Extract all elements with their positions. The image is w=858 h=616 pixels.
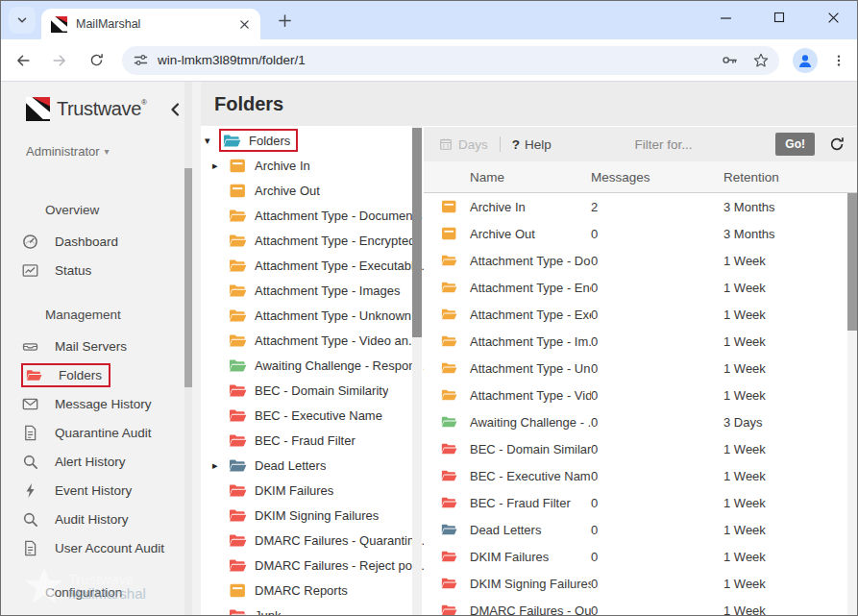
table-row[interactable]: DMARC Failures - Qua... 0 1 Week xyxy=(424,597,857,616)
back-icon[interactable] xyxy=(9,46,37,75)
table-row[interactable]: Dead Letters 0 1 Week xyxy=(424,516,857,543)
tree-expand-caret[interactable]: ▸ xyxy=(212,160,227,172)
tree-item[interactable]: ▾ Folders xyxy=(201,128,424,153)
list-scrollbar-thumb[interactable] xyxy=(847,193,857,331)
tree-item-label: DMARC Failures - Reject poli... xyxy=(255,558,424,573)
refresh-icon[interactable] xyxy=(826,134,847,155)
column-retention[interactable]: Retention xyxy=(723,170,857,185)
url-bar[interactable]: win-lmkm3l89tmn/folder/1 xyxy=(122,46,779,75)
window-close-icon[interactable] xyxy=(819,3,847,32)
table-row[interactable]: Attachment Type - Exe... 0 1 Week xyxy=(424,301,857,328)
cell-retention: 1 Week xyxy=(723,496,857,510)
tree-item[interactable]: DMARC Failures - Quarantin... xyxy=(201,528,424,553)
column-messages[interactable]: Messages xyxy=(591,170,723,185)
tree-item[interactable]: Attachment Type - Executabl... xyxy=(201,253,424,278)
window-maximize-icon[interactable] xyxy=(765,3,794,32)
table-row[interactable]: Archive In 2 3 Months xyxy=(424,193,857,220)
tree-scrollbar-thumb[interactable] xyxy=(412,128,422,337)
table-row[interactable]: Attachment Type - Do... 0 1 Week xyxy=(424,247,857,274)
sidebar-nav-entry[interactable]: Mail Servers xyxy=(1,332,201,360)
browser-menu-icon[interactable] xyxy=(827,49,850,72)
sidebar-nav-entry[interactable]: Quarantine Audit xyxy=(1,418,201,447)
list-scrollbar[interactable] xyxy=(847,193,857,616)
sidebar-nav-entry[interactable]: User Account Audit xyxy=(1,533,201,562)
tree-item[interactable]: Awaiting Challenge - Respon... xyxy=(201,353,424,378)
tree-item-selection: Folders xyxy=(219,129,298,152)
folder-icon xyxy=(441,281,457,294)
table-row[interactable]: Awaiting Challenge - ... 0 3 Days xyxy=(424,408,857,435)
tree-item[interactable]: BEC - Fraud Filter xyxy=(201,428,424,453)
sidebar-nav-entry[interactable]: Dashboard xyxy=(1,227,201,256)
table-row[interactable]: Archive Out 0 3 Months xyxy=(424,220,857,247)
user-menu[interactable]: Administrator ▾ xyxy=(1,121,201,159)
cell-messages: 0 xyxy=(591,415,723,430)
days-button[interactable]: Days xyxy=(439,137,488,152)
browser-tab[interactable]: MailMarshal xyxy=(41,9,260,39)
browser-toolbar: win-lmkm3l89tmn/folder/1 xyxy=(1,39,857,82)
bookmark-star-icon[interactable] xyxy=(752,52,770,69)
sidebar-entry-selection: Audit History xyxy=(22,508,136,530)
forward-icon[interactable] xyxy=(45,46,74,75)
table-row[interactable]: Attachment Type - Un... 0 1 Week xyxy=(424,355,857,382)
tree-item[interactable]: ▸ Archive In xyxy=(201,153,424,178)
sidebar-nav-entry[interactable]: Folders xyxy=(1,360,201,389)
table-row[interactable]: Attachment Type - Vid... 0 1 Week xyxy=(424,382,857,408)
new-tab-button[interactable] xyxy=(272,8,297,33)
tree-item[interactable]: DKIM Signing Failures xyxy=(201,503,424,528)
go-button[interactable]: Go! xyxy=(775,133,815,156)
sidebar-scrollbar-thumb[interactable] xyxy=(184,168,192,387)
tree-item[interactable]: Attachment Type - Images xyxy=(201,278,424,303)
table-row[interactable]: BEC - Domain Similarity 0 1 Week xyxy=(424,435,857,462)
sidebar-nav-entry[interactable]: Status xyxy=(1,256,201,284)
table-row[interactable]: DKIM Signing Failures 0 1 Week xyxy=(424,570,857,597)
sidebar-nav-entry[interactable]: Event History xyxy=(1,476,201,505)
password-key-icon[interactable] xyxy=(721,51,739,69)
profile-avatar[interactable] xyxy=(793,48,818,73)
tree-expand-caret[interactable]: ▸ xyxy=(212,459,227,472)
sidebar-nav-entry[interactable]: Management xyxy=(1,284,201,332)
tree-item-selection: Archive Out xyxy=(227,179,326,202)
tree-scrollbar[interactable] xyxy=(412,126,422,616)
cell-messages: 0 xyxy=(591,577,723,591)
site-settings-icon[interactable] xyxy=(134,53,148,67)
cell-messages: 0 xyxy=(591,523,723,537)
folder-table: Archive In 2 3 Months Archive Out 0 3 Mo… xyxy=(424,193,857,616)
reload-icon[interactable] xyxy=(82,46,110,75)
table-row[interactable]: BEC - Fraud Filter 0 1 Week xyxy=(424,489,857,516)
tree-item[interactable]: Junk xyxy=(201,603,424,616)
table-row[interactable]: BEC - Executive Name 0 1 Week xyxy=(424,462,857,489)
column-name[interactable]: Name xyxy=(470,170,591,185)
sidebar-nav-entry[interactable]: Configuration xyxy=(1,562,201,609)
tree-item[interactable]: BEC - Domain Similarity xyxy=(201,378,424,403)
filter-input[interactable] xyxy=(565,137,763,152)
tree-expand-caret[interactable]: ▾ xyxy=(205,135,219,147)
tree-item[interactable]: DMARC Failures - Reject poli... xyxy=(201,553,424,578)
tree-item[interactable]: Attachment Type - Video an... xyxy=(201,328,424,353)
window-minimize-icon[interactable] xyxy=(711,3,740,32)
tree-item[interactable]: Attachment Type - Unknown xyxy=(201,303,424,328)
tree-item[interactable]: DKIM Failures xyxy=(201,478,424,503)
tree-item[interactable]: Attachment Type - Encrypted xyxy=(201,228,424,253)
tree-item[interactable]: BEC - Executive Name xyxy=(201,403,424,428)
sidebar-entry-icon xyxy=(12,584,29,601)
sidebar-collapse-icon[interactable] xyxy=(168,102,182,117)
table-row[interactable]: DKIM Failures 0 1 Week xyxy=(424,543,857,570)
sidebar-nav-entry[interactable]: Audit History xyxy=(1,505,201,533)
table-row[interactable]: Attachment Type - Im... 0 1 Week xyxy=(424,328,857,355)
tab-close-icon[interactable] xyxy=(235,15,253,33)
tab-search-button[interactable] xyxy=(9,7,36,34)
sidebar-scrollbar[interactable] xyxy=(184,82,192,616)
help-button[interactable]: ? Help xyxy=(512,137,552,152)
tree-item[interactable]: Archive Out xyxy=(201,178,424,203)
sidebar-nav-entry[interactable]: Overview xyxy=(1,180,201,227)
sidebar-entry-selection: Mail Servers xyxy=(22,335,135,357)
tree-item[interactable]: ▸ Dead Letters xyxy=(201,453,424,478)
sidebar-nav-entry[interactable]: Message History xyxy=(1,389,201,418)
sidebar-nav-entry[interactable]: Alert History xyxy=(1,447,201,476)
sidebar-nav-entry[interactable]: System Configuration xyxy=(1,609,201,616)
tree-item[interactable]: DMARC Reports xyxy=(201,578,424,603)
cell-name: Attachment Type - Im... xyxy=(470,334,591,349)
table-row[interactable]: Attachment Type - Enc... 0 1 Week xyxy=(424,274,857,301)
tree-item[interactable]: Attachment Type - Documents xyxy=(201,203,424,228)
url-text[interactable]: win-lmkm3l89tmn/folder/1 xyxy=(158,53,721,67)
